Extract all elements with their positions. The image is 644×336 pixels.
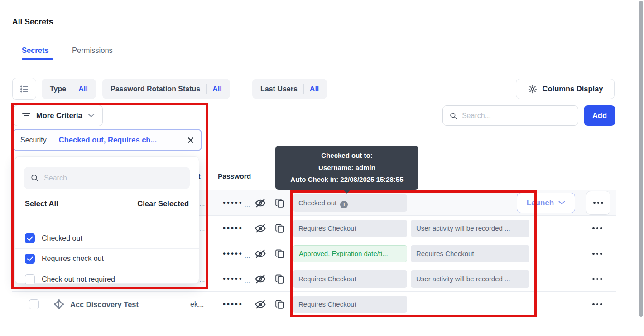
tooltip-arrow [343, 189, 351, 194]
dropdown-option-check-out-not-required[interactable]: Check out not required [15, 269, 199, 289]
all-secrets-page: All Secrets Secrets Permissions Type All… [0, 0, 644, 336]
eye-off-icon [254, 197, 267, 209]
reveal-password-button[interactable] [254, 190, 267, 216]
chip-divider [303, 84, 304, 94]
search-input[interactable] [462, 112, 572, 120]
username-cell: ... [199, 241, 205, 266]
dropdown-search-input[interactable] [44, 174, 183, 182]
chip-divider [72, 84, 72, 94]
option-label: Check out not required [42, 275, 115, 284]
list-icon [19, 84, 30, 95]
dropdown-search[interactable] [24, 167, 190, 189]
select-all-link[interactable]: Select All [25, 199, 58, 208]
vertical-scrollbar[interactable] [639, 1, 643, 317]
status-badge: User activity will be recorded ... [411, 220, 529, 237]
dropdown-divider [15, 222, 199, 222]
row-more-button[interactable] [586, 191, 610, 215]
tooltip-line: Auto Check in: 22/08/2025 15:28:55 [275, 174, 418, 186]
columns-display-button[interactable]: Columns Display [516, 79, 615, 99]
filter-value[interactable]: All [78, 85, 87, 93]
filter-label: Type [50, 85, 66, 93]
dropdown-option-checked-out[interactable]: Checked out [15, 228, 199, 249]
status-badge: Requires Checkout [293, 270, 407, 288]
chevron-down-icon [88, 114, 95, 118]
more-criteria-label: More Criteria [36, 111, 82, 120]
username-cell: ... [199, 190, 205, 216]
checkbox-checked[interactable] [25, 254, 35, 264]
table-search[interactable] [442, 105, 578, 126]
reveal-password-button[interactable] [254, 241, 267, 266]
columns-display-label: Columns Display [543, 85, 603, 93]
copy-icon [274, 198, 285, 209]
more-actions-icon[interactable] [593, 202, 603, 204]
copy-password-button[interactable] [274, 241, 285, 266]
reveal-password-button[interactable] [254, 266, 267, 292]
tab-secrets[interactable]: Secrets [22, 46, 49, 55]
filter-label: Last Users [260, 85, 298, 93]
list-view-button[interactable] [12, 78, 36, 100]
secret-name[interactable]: Acc Discovery Test [70, 292, 139, 317]
copy-password-button[interactable] [274, 292, 285, 317]
active-tab-underline [22, 58, 53, 60]
dropdown-option-requires-check-out[interactable]: Requires check out [15, 249, 199, 269]
password-masked: •••••... [223, 266, 250, 292]
more-actions-icon[interactable] [592, 303, 602, 306]
info-icon[interactable]: i [340, 201, 348, 208]
filter-icon [22, 112, 31, 120]
filter-chip-password-rotation-status[interactable]: Password Rotation Status All [102, 79, 230, 99]
filter-chip-last-users[interactable]: Last Users All [252, 79, 327, 99]
row-more-button[interactable] [592, 216, 602, 241]
tabs-divider [12, 61, 616, 61]
option-label: Requires check out [42, 255, 104, 263]
launch-button[interactable]: Launch [517, 193, 575, 213]
copy-icon [274, 223, 285, 234]
row-more-button[interactable] [592, 241, 602, 266]
more-actions-icon[interactable] [592, 227, 602, 230]
copy-password-button[interactable] [274, 266, 285, 292]
more-criteria-button[interactable]: More Criteria [14, 105, 103, 126]
chip-divider [53, 135, 53, 146]
reveal-password-button[interactable] [254, 292, 267, 317]
security-chip-value[interactable]: Checked out, Requires ch... [59, 136, 181, 144]
password-masked: •••••... [223, 216, 250, 241]
status-badge: Approved. Expiration date/ti... [293, 245, 407, 262]
status-badge: Requires Checkout [411, 245, 529, 262]
status-badge: Requires Checkout [293, 220, 407, 237]
security-filter-chip[interactable]: Security Checked out, Requires ch... [13, 129, 202, 151]
row-checkbox[interactable] [29, 299, 39, 309]
chip-divider [206, 84, 207, 94]
add-button[interactable]: Add [584, 105, 615, 126]
copy-password-button[interactable] [274, 190, 285, 216]
checkbox-unchecked[interactable] [25, 274, 35, 284]
username-cell: ek... [190, 292, 204, 317]
copy-password-button[interactable] [274, 216, 285, 241]
eye-off-icon [254, 298, 267, 311]
security-criteria-dropdown: Select All Clear Selected Checked outReq… [14, 156, 199, 284]
table-row[interactable]: Acc Discovery Testek...•••••...Requires … [12, 292, 616, 317]
filter-chip-type[interactable]: Type All [42, 79, 96, 99]
tab-permissions[interactable]: Permissions [72, 46, 113, 55]
copy-icon [274, 248, 285, 260]
row-more-button[interactable] [592, 266, 602, 292]
reveal-password-button[interactable] [254, 216, 267, 241]
launch-label: Launch [527, 199, 554, 208]
filter-value[interactable]: All [212, 85, 221, 93]
tooltip-line: Username: admin [275, 162, 418, 174]
row-more-button[interactable] [592, 292, 602, 317]
chevron-down-icon [558, 201, 565, 205]
eye-off-icon [254, 222, 267, 235]
clear-selected-link[interactable]: Clear Selected [137, 199, 189, 208]
status-badge: User activity will be recorded ... [411, 270, 529, 288]
more-actions-icon[interactable] [592, 253, 602, 255]
close-icon[interactable] [187, 137, 194, 144]
password-masked: •••••... [223, 292, 250, 317]
column-header-password: Password [218, 172, 251, 180]
option-label: Checked out [42, 234, 82, 242]
copy-icon [274, 299, 285, 310]
filter-value[interactable]: All [310, 85, 319, 93]
filter-label: Password Rotation Status [111, 85, 200, 93]
password-masked: •••••... [223, 241, 250, 266]
checkbox-checked[interactable] [25, 233, 35, 243]
password-masked: •••••... [223, 190, 250, 216]
more-actions-icon[interactable] [592, 278, 602, 280]
